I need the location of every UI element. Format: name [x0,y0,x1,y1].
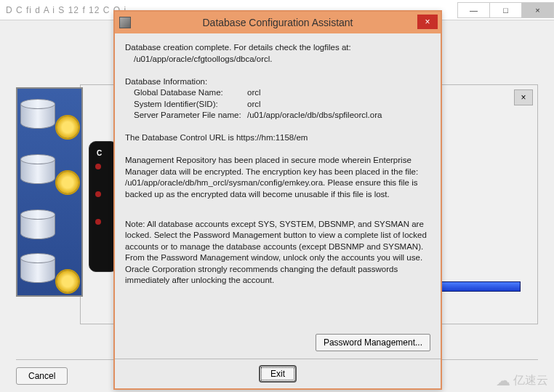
logfile-path: /u01/app/oracle/cfgtoollogs/dbca/orcl. [125,54,430,65]
wizard-close-button[interactable]: × [514,89,533,105]
watermark: ☁ 亿速云 [496,372,548,389]
sid-label: System Identifier(SID): [125,99,247,111]
db-info-row: System Identifier(SID): orcl [125,99,430,111]
watermark-logo-icon: ☁ [496,372,510,389]
wizard-illustration [16,87,83,297]
password-management-button[interactable]: Password Management... [316,334,430,351]
parent-window-controls: — □ × [458,2,554,18]
creation-complete-text: Database creation complete. For details … [125,42,430,54]
indicator-dot [95,219,101,225]
app-icon [119,17,131,28]
parent-title: D C fi d A i S 12 f 12 C O i [6,5,127,15]
minimize-button[interactable]: — [457,2,490,18]
gear-icon [57,172,79,193]
dbca-dialog: Database Configuration Assistant × Datab… [113,10,442,390]
dark-panel-label: C [97,149,102,157]
spfile-value: /u01/app/oracle/db/dbs/spfileorcl.ora [247,110,430,121]
exit-button[interactable]: Exit [259,365,297,383]
dialog-footer: Exit [115,359,441,388]
watermark-text: 亿速云 [513,373,548,388]
db-info-row: Global Database Name: orcl [125,87,430,99]
parent-close-button[interactable]: × [521,2,554,18]
cancel-button[interactable]: Cancel [16,367,68,385]
indicator-dot [95,164,101,169]
gdn-value: orcl [247,87,430,99]
gear-icon [57,116,79,138]
mgmt-repository-text: Management Repository has been placed in… [125,155,430,200]
gear-icon [57,271,79,292]
spfile-label: Server Parameter File name: [125,110,247,121]
dialog-body: Database creation complete. For details … [115,33,441,331]
maximize-button[interactable]: □ [489,2,522,18]
accounts-note-text: Note: All database accounts except SYS, … [125,219,430,287]
indicator-dot [95,191,101,197]
db-info-header: Database Information: [125,76,430,88]
db-info-row: Server Parameter File name: /u01/app/ora… [125,110,430,121]
password-mgmt-row: Password Management... [115,331,441,359]
dialog-title: Database Configuration Assistant [202,17,353,28]
dialog-titlebar[interactable]: Database Configuration Assistant × [115,12,441,33]
dialog-close-button[interactable]: × [417,15,438,29]
control-url-text: The Database Control URL is https://hm:1… [125,132,430,144]
sid-value: orcl [247,99,430,111]
gdn-label: Global Database Name: [125,87,247,99]
